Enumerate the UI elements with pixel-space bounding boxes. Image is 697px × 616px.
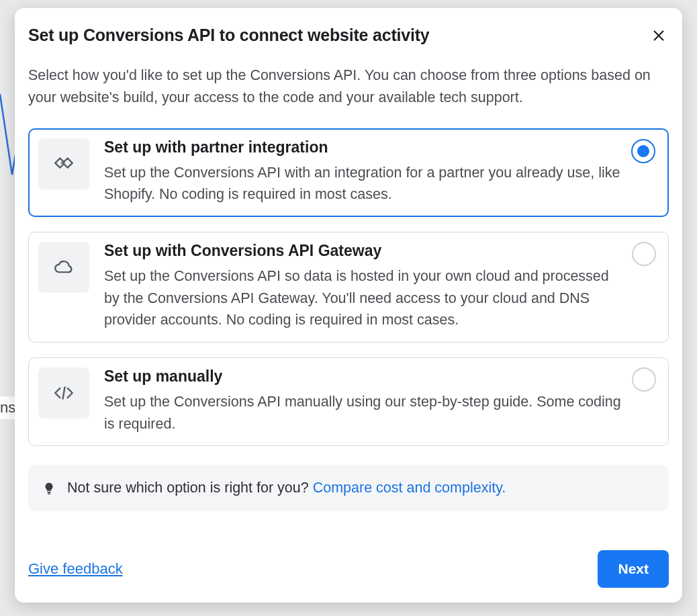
banner-text: Not sure which option is right for you? … xyxy=(67,480,506,496)
option-title: Set up manually xyxy=(104,367,622,386)
option-title: Set up with Conversions API Gateway xyxy=(104,242,622,260)
next-button[interactable]: Next xyxy=(598,550,669,588)
option-api-gateway[interactable]: Set up with Conversions API Gateway Set … xyxy=(28,232,669,343)
compare-banner: Not sure which option is right for you? … xyxy=(28,465,669,511)
option-icon-box xyxy=(38,367,89,419)
modal-header: Set up Conversions API to connect websit… xyxy=(28,26,669,46)
radio-indicator[interactable] xyxy=(631,139,655,163)
code-icon xyxy=(52,382,75,404)
lightbulb-icon xyxy=(42,481,56,496)
svg-rect-1 xyxy=(48,493,50,494)
radio-indicator[interactable] xyxy=(632,242,656,266)
option-description: Set up the Conversions API manually usin… xyxy=(104,391,622,435)
option-title: Set up with partner integration xyxy=(104,138,622,157)
svg-rect-0 xyxy=(47,492,51,493)
modal-title: Set up Conversions API to connect websit… xyxy=(28,26,430,45)
radio-indicator[interactable] xyxy=(632,367,656,392)
option-icon-box xyxy=(38,242,89,293)
option-content: Set up manually Set up the Conversions A… xyxy=(104,367,656,435)
option-icon-box xyxy=(38,138,89,189)
cloud-icon xyxy=(52,256,75,279)
modal-intro-text: Select how you'd like to set up the Conv… xyxy=(28,64,669,109)
modal-footer: Give feedback Next xyxy=(28,523,669,588)
banner-question: Not sure which option is right for you? xyxy=(67,480,313,496)
close-icon xyxy=(651,28,666,43)
give-feedback-link[interactable]: Give feedback xyxy=(28,560,123,578)
option-description: Set up the Conversions API so data is ho… xyxy=(104,265,622,331)
option-partner-integration[interactable]: Set up with partner integration Set up t… xyxy=(28,128,669,217)
options-list: Set up with partner integration Set up t… xyxy=(28,128,669,447)
setup-modal: Set up Conversions API to connect websit… xyxy=(15,8,682,603)
compare-link[interactable]: Compare cost and complexity. xyxy=(313,480,506,496)
handshake-icon xyxy=(52,152,75,175)
close-button[interactable] xyxy=(649,26,669,46)
option-manual[interactable]: Set up manually Set up the Conversions A… xyxy=(28,357,669,446)
option-description: Set up the Conversions API with an integ… xyxy=(104,162,622,206)
option-content: Set up with Conversions API Gateway Set … xyxy=(104,242,656,331)
option-content: Set up with partner integration Set up t… xyxy=(104,138,656,206)
